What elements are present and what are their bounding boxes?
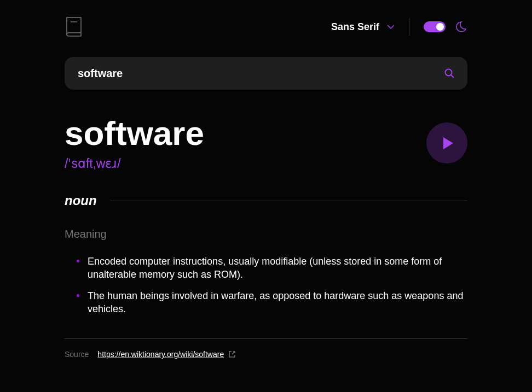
source-label: Source xyxy=(65,350,89,359)
dark-mode-toggle[interactable] xyxy=(424,21,446,32)
divider-line xyxy=(65,338,467,339)
theme-controls xyxy=(424,21,467,33)
moon-icon xyxy=(455,21,467,33)
font-selector-label: Sans Serif xyxy=(331,21,379,33)
source-row: Source https://en.wiktionary.org/wiki/so… xyxy=(65,350,467,359)
search-input[interactable] xyxy=(78,67,444,80)
part-of-speech-label: noun xyxy=(65,193,97,208)
font-selector[interactable]: Sans Serif xyxy=(331,21,395,33)
header-controls: Sans Serif xyxy=(331,18,467,36)
source-url-text: https://en.wiktionary.org/wiki/software xyxy=(97,350,224,359)
play-icon xyxy=(443,137,453,149)
divider xyxy=(409,18,409,36)
word-info: software /ˈsɑftˌwɛɹ/ xyxy=(65,115,204,171)
chevron-down-icon xyxy=(387,25,395,29)
svg-line-2 xyxy=(451,75,454,78)
logo-icon xyxy=(65,16,83,37)
list-item: Encoded computer instructions, usually m… xyxy=(77,255,467,282)
phonetic-text: /ˈsɑftˌwɛɹ/ xyxy=(65,156,204,171)
svg-point-1 xyxy=(446,69,452,76)
source-link[interactable]: https://en.wiktionary.org/wiki/software xyxy=(97,350,236,359)
search-bar xyxy=(65,57,467,90)
search-icon[interactable] xyxy=(444,68,454,78)
toggle-knob xyxy=(436,23,444,31)
meaning-heading: Meaning xyxy=(65,228,467,241)
play-audio-button[interactable] xyxy=(426,122,467,163)
list-item: The human beings involved in warfare, as… xyxy=(77,289,467,316)
divider-line xyxy=(110,201,467,201)
external-link-icon xyxy=(228,350,236,358)
part-of-speech-row: noun xyxy=(65,193,467,208)
meanings-list: Encoded computer instructions, usually m… xyxy=(65,255,467,315)
word-header: software /ˈsɑftˌwɛɹ/ xyxy=(65,115,467,171)
header: Sans Serif xyxy=(65,16,467,37)
word-title: software xyxy=(65,115,204,152)
